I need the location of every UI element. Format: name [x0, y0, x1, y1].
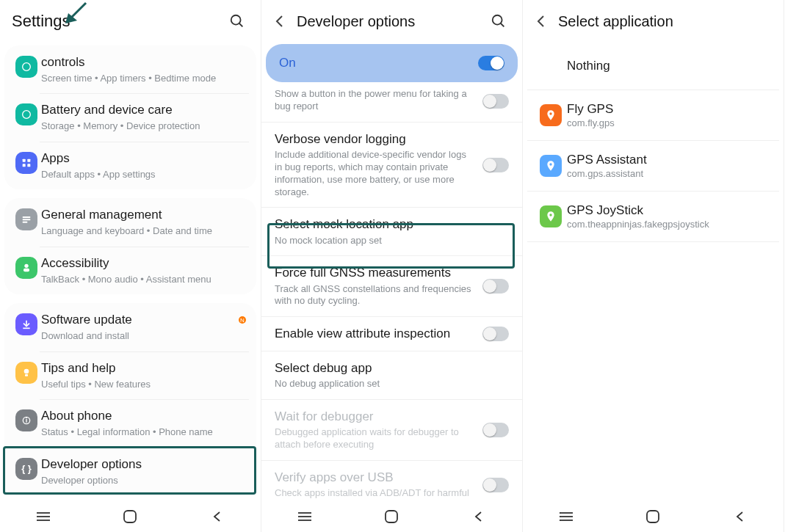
dev-option-row[interactable]: Bug report shortcut Show a button in the…	[261, 90, 522, 123]
settings-row-title: Apps	[41, 150, 243, 167]
svg-point-4	[23, 63, 31, 71]
dev-option-row[interactable]: Select mock location app No mock locatio…	[261, 208, 522, 256]
settings-row-sub: Useful tips • New features	[41, 378, 243, 391]
dev-row-sub: Show a button in the power menu for taki…	[275, 90, 475, 113]
home-button[interactable]	[112, 506, 148, 528]
recents-button[interactable]	[286, 506, 323, 528]
settings-icon	[15, 313, 37, 335]
settings-row[interactable]: General management Language and keyboard…	[4, 198, 256, 246]
settings-row-title: About phone	[41, 408, 243, 425]
search-icon[interactable]	[225, 10, 249, 33]
app-icon	[540, 205, 562, 227]
dev-master-toggle[interactable]: On	[266, 44, 518, 82]
dev-option-row[interactable]: Verbose vendor logging Include additiona…	[261, 123, 522, 208]
svg-point-33	[549, 214, 551, 216]
toggle-switch[interactable]	[482, 423, 509, 437]
home-button[interactable]	[634, 506, 671, 528]
app-package: com.fly.gps	[567, 117, 772, 128]
back-icon[interactable]	[535, 15, 558, 28]
svg-rect-10	[23, 216, 31, 218]
app-row[interactable]: GPS JoyStick com.theappninjas.fakegpsjoy…	[527, 192, 779, 242]
dev-option-row[interactable]: Enable view attribute inspection	[261, 317, 522, 351]
nav-bar	[261, 501, 522, 532]
app-title: GPS JoyStick	[567, 203, 772, 218]
svg-point-13	[24, 264, 28, 268]
nav-bar	[0, 501, 261, 532]
settings-row[interactable]: Software update Download and install N	[4, 303, 256, 351]
dev-header: Developer options	[261, 0, 522, 43]
settings-row[interactable]: { } Developer options Developer options	[4, 448, 256, 495]
svg-point-31	[549, 112, 551, 114]
svg-point-2	[231, 15, 241, 25]
back-button[interactable]	[199, 506, 236, 528]
settings-title: Settings	[12, 12, 225, 31]
back-button[interactable]	[460, 506, 497, 528]
recents-button[interactable]	[548, 506, 585, 528]
settings-panel: Settings controls Screen time • App time…	[0, 0, 261, 532]
app-row[interactable]: GPS Assistant com.gps.assistant	[527, 141, 779, 192]
app-package: com.gps.assistant	[567, 168, 772, 179]
svg-point-20	[26, 418, 27, 418]
dev-row-title: Force full GNSS measurements	[275, 265, 475, 281]
settings-row-sub: Storage • Memory • Device protection	[41, 120, 243, 133]
svg-rect-37	[647, 511, 659, 522]
dev-row-sub: Debugged application waits for debugger …	[275, 426, 475, 451]
dev-option-row[interactable]: Select debug app No debug application se…	[261, 351, 522, 400]
dev-row-sub: Track all GNSS constellations and freque…	[275, 283, 475, 308]
settings-group: Software update Download and install N T…	[4, 303, 256, 495]
toggle-switch[interactable]	[482, 279, 509, 294]
settings-row[interactable]: controls Screen time • App timers • Bedt…	[4, 45, 256, 93]
svg-rect-6	[23, 159, 26, 162]
toggle-switch[interactable]	[482, 158, 509, 172]
dev-row-sub: No mock location app set	[275, 235, 502, 247]
svg-rect-14	[23, 269, 29, 272]
dev-option-row[interactable]: Verify apps over USB Check apps installe…	[261, 461, 522, 501]
settings-row[interactable]: Battery and device care Storage • Memory…	[4, 93, 256, 141]
dev-row-title: Verify apps over USB	[275, 470, 475, 486]
settings-row[interactable]: About phone Status • Legal information •…	[4, 399, 256, 447]
settings-icon	[15, 362, 37, 384]
dev-option-row[interactable]: Force full GNSS measurements Track all G…	[261, 256, 522, 317]
back-button[interactable]	[722, 506, 759, 528]
settings-group: controls Screen time • App timers • Bedt…	[4, 45, 256, 189]
dev-row-title: Verbose vendor logging	[275, 131, 475, 147]
svg-line-26	[501, 23, 504, 27]
app-row[interactable]: Nothing	[527, 43, 779, 90]
recents-button[interactable]	[25, 506, 62, 528]
settings-list: controls Screen time • App timers • Bedt…	[0, 43, 261, 501]
toggle-switch[interactable]	[482, 327, 509, 341]
settings-row-title: General management	[41, 207, 243, 224]
home-button[interactable]	[373, 506, 410, 528]
svg-rect-12	[23, 222, 28, 223]
toggle-switch[interactable]	[482, 478, 509, 492]
back-icon[interactable]	[273, 15, 297, 28]
settings-row-sub: Status • Legal information • Phone name	[41, 426, 243, 439]
settings-row[interactable]: Tips and help Useful tips • New features	[4, 351, 256, 399]
update-badge: N	[239, 316, 246, 324]
settings-icon	[15, 103, 37, 125]
app-title: Fly GPS	[567, 102, 772, 117]
app-title: GPS Assistant	[567, 153, 772, 167]
settings-row-title: Developer options	[41, 456, 243, 473]
settings-row-sub: Download and install	[41, 329, 233, 343]
app-row[interactable]: Fly GPS com.fly.gps	[527, 90, 779, 141]
settings-group: General management Language and keyboard…	[4, 198, 256, 294]
settings-icon	[15, 56, 37, 78]
toggle-switch[interactable]	[482, 94, 509, 109]
dev-title: Developer options	[297, 13, 487, 30]
settings-row-sub: Default apps • App settings	[41, 168, 243, 181]
app-package: com.theappninjas.fakegpsjoystick	[567, 219, 772, 230]
settings-row-title: Accessibility	[41, 255, 243, 272]
dev-row-title: Wait for debugger	[275, 409, 475, 425]
settings-row[interactable]: Accessibility TalkBack • Mono audio • As…	[4, 247, 256, 294]
annotation-arrow-icon	[62, 0, 92, 29]
settings-row[interactable]: Apps Default apps • App settings	[4, 142, 256, 189]
select-application-panel: Select application Nothing Fly GPS com.f…	[523, 0, 784, 532]
search-icon[interactable]	[487, 10, 510, 33]
svg-point-5	[23, 111, 31, 119]
svg-rect-30	[386, 511, 397, 522]
dev-option-row[interactable]: Wait for debugger Debugged application w…	[261, 400, 522, 461]
settings-row-title: Battery and device care	[41, 102, 243, 119]
svg-point-25	[493, 15, 502, 25]
dev-master-switch[interactable]	[478, 56, 504, 70]
